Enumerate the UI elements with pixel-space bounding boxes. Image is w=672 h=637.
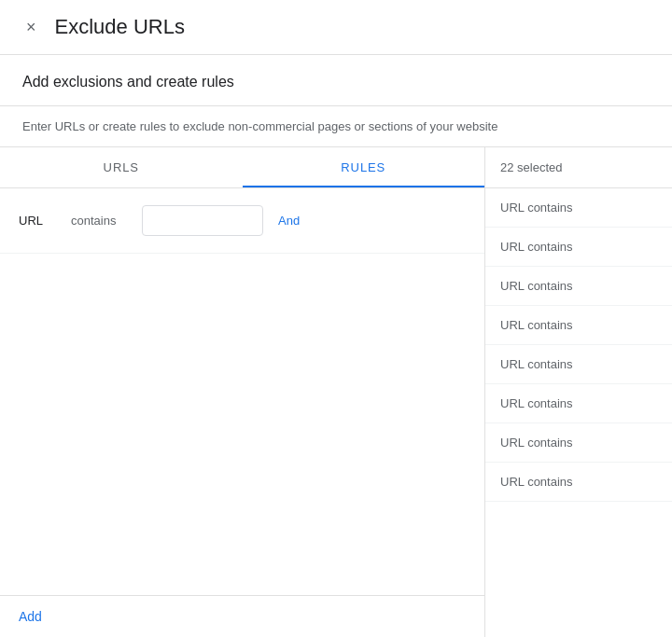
section-description: Enter URLs or create rules to exclude no… — [0, 106, 672, 147]
selected-header: 22 selected — [485, 147, 672, 188]
list-item[interactable]: URL contains — [485, 384, 672, 423]
url-label: URL — [19, 214, 56, 228]
contains-label: contains — [71, 214, 127, 228]
section-title: Add exclusions and create rules — [22, 74, 234, 90]
left-panel: URLS RULES URL contains And Add — [0, 147, 485, 637]
tab-rules[interactable]: RULES — [243, 147, 485, 187]
spacer — [0, 254, 484, 595]
tabs-row: URLS RULES — [0, 147, 484, 188]
add-button[interactable]: Add — [19, 609, 42, 624]
dialog-title: Exclude URLs — [55, 15, 185, 39]
rule-row: URL contains And — [0, 188, 484, 254]
rule-input[interactable] — [142, 205, 263, 236]
and-button[interactable]: And — [278, 214, 300, 228]
list-item[interactable]: URL contains — [485, 345, 672, 384]
exclude-urls-dialog: × Exclude URLs Add exclusions and create… — [0, 0, 672, 637]
section-header: Add exclusions and create rules — [0, 55, 672, 106]
list-item[interactable]: URL contains — [485, 188, 672, 228]
right-panel: 22 selected URL contains URL contains UR… — [485, 147, 672, 637]
list-item[interactable]: URL contains — [485, 463, 672, 502]
dialog-header: × Exclude URLs — [0, 0, 672, 55]
list-item[interactable]: URL contains — [485, 228, 672, 267]
list-item[interactable]: URL contains — [485, 423, 672, 463]
list-item[interactable]: URL contains — [485, 306, 672, 345]
content-area: URLS RULES URL contains And Add 22 selec… — [0, 147, 672, 637]
list-item[interactable]: URL contains — [485, 267, 672, 306]
tab-urls[interactable]: URLS — [0, 147, 243, 187]
close-button[interactable]: × — [22, 15, 40, 39]
add-button-row: Add — [0, 595, 484, 637]
